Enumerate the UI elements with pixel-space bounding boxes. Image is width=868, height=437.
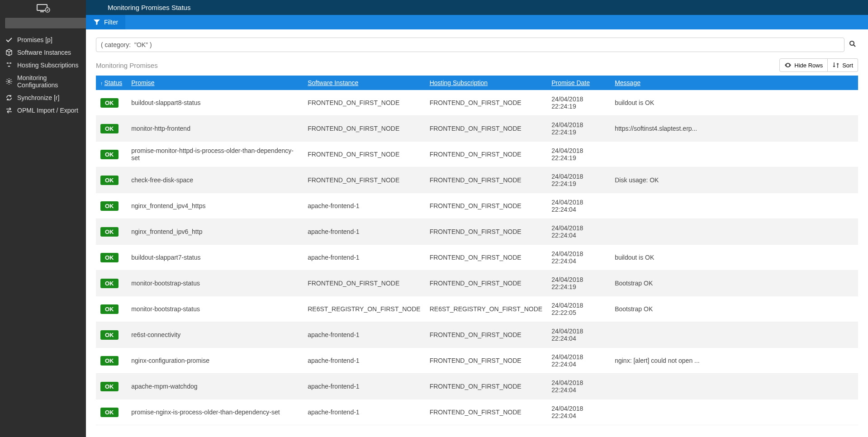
cubes-icon xyxy=(5,62,13,69)
cell-promise: check-free-disk-space xyxy=(127,167,303,193)
svg-line-7 xyxy=(854,45,855,47)
svg-point-6 xyxy=(850,41,854,45)
cell-message xyxy=(610,219,858,245)
cell-hosting: FRONTEND_ON_FIRST_NODE xyxy=(425,374,547,399)
status-badge: OK xyxy=(100,124,119,133)
table-row[interactable]: OKapache-mpm-watchdogapache-frontend-1FR… xyxy=(96,374,858,399)
cell-promise: monitor-bootstrap-status xyxy=(127,296,303,322)
col-promise[interactable]: Promise xyxy=(127,76,303,90)
table-row[interactable]: OKbuildout-slappart7-statusapache-fronte… xyxy=(96,245,858,271)
cell-message: buildout is OK xyxy=(610,90,858,116)
status-badge: OK xyxy=(100,408,119,417)
cell-date: 24/04/2018 22:24:19 xyxy=(547,167,610,193)
col-software-instance[interactable]: Software Instance xyxy=(303,76,425,90)
status-badge: OK xyxy=(100,356,119,366)
table-row[interactable]: OKnginx-configuration-promiseapache-fron… xyxy=(96,348,858,374)
cell-hosting: FRONTEND_ON_FIRST_NODE xyxy=(425,90,547,116)
cell-date: 24/04/2018 22:24:19 xyxy=(547,90,610,116)
sidebar-item-hosting-subscriptions[interactable]: Hosting Subscriptions xyxy=(0,59,86,71)
cell-instance: apache-frontend-1 xyxy=(303,374,425,399)
cell-instance: FRONTEND_ON_FIRST_NODE xyxy=(303,142,425,167)
cell-promise: nginx-configuration-promise xyxy=(127,348,303,374)
col-promise-date[interactable]: Promise Date xyxy=(547,76,610,90)
cell-hosting: FRONTEND_ON_FIRST_NODE xyxy=(425,271,547,296)
table-row[interactable]: OKpromise-monitor-httpd-is-process-older… xyxy=(96,142,858,167)
cell-message xyxy=(610,374,858,399)
cell-promise: promise-nginx-is-process-older-than-depe… xyxy=(127,399,303,425)
sidebar-item-software-instances[interactable]: Software Instances xyxy=(0,46,86,59)
cell-date: 24/04/2018 22:24:19 xyxy=(547,116,610,142)
cell-instance: apache-frontend-1 xyxy=(303,322,425,348)
cell-hosting: FRONTEND_ON_FIRST_NODE xyxy=(425,193,547,219)
cell-message xyxy=(610,322,858,348)
cell-instance: apache-frontend-1 xyxy=(303,193,425,219)
cell-date: 24/04/2018 22:24:04 xyxy=(547,348,610,374)
listing-title: Monitoring Promises xyxy=(96,62,158,69)
cell-promise: promise-monitor-httpd-is-process-older-t… xyxy=(127,142,303,167)
sidebar-item-label: Monitoring Configurations xyxy=(17,74,81,89)
cell-date: 24/04/2018 22:24:04 xyxy=(547,245,610,271)
cell-instance: FRONTEND_ON_FIRST_NODE xyxy=(303,90,425,116)
status-badge: OK xyxy=(100,304,119,314)
sort-button[interactable]: Sort xyxy=(828,58,858,72)
cell-instance: apache-frontend-1 xyxy=(303,219,425,245)
cell-instance: RE6ST_REGISTRY_ON_FIRST_NODE xyxy=(303,296,425,322)
gear-icon xyxy=(5,78,13,85)
hide-rows-button[interactable]: Hide Rows xyxy=(779,58,828,72)
cell-message: Disk usage: OK xyxy=(610,167,858,193)
cell-promise: buildout-slappart7-status xyxy=(127,245,303,271)
status-badge: OK xyxy=(100,253,119,262)
cell-hosting: FRONTEND_ON_FIRST_NODE xyxy=(425,399,547,425)
cell-date: 24/04/2018 22:22:05 xyxy=(547,296,610,322)
sidebar-item-opml-import-export[interactable]: OPML Import / Export xyxy=(0,104,86,117)
cell-hosting: FRONTEND_ON_FIRST_NODE xyxy=(425,219,547,245)
cell-date: 24/04/2018 22:24:04 xyxy=(547,399,610,425)
table-row[interactable]: OKnginx_frontend_ipv4_httpsapache-fronte… xyxy=(96,193,858,219)
cell-promise: re6st-connectivity xyxy=(127,322,303,348)
cell-date: 24/04/2018 22:24:19 xyxy=(547,142,610,167)
sidebar-item-label: Hosting Subscriptions xyxy=(17,62,78,69)
sidebar-item-promises-p[interactable]: Promises [p] xyxy=(0,33,86,46)
sidebar-item-label: Synchronize [r] xyxy=(17,94,59,101)
table-row[interactable]: OKnginx_frontend_ipv6_httpapache-fronten… xyxy=(96,219,858,245)
page-title-bar: Monitoring Promises Status xyxy=(86,0,868,15)
col-status[interactable]: ↑Status xyxy=(96,76,127,90)
cell-hosting: FRONTEND_ON_FIRST_NODE xyxy=(425,245,547,271)
search-icon xyxy=(849,40,856,48)
sidebar-search-input[interactable] xyxy=(5,17,87,29)
table-row[interactable]: OKmonitor-http-frontendFRONTEND_ON_FIRST… xyxy=(96,116,858,142)
table-row[interactable]: OKpromise-nginx-is-process-older-than-de… xyxy=(96,399,858,425)
cell-message xyxy=(610,193,858,219)
cell-message: buildout is OK xyxy=(610,245,858,271)
filter-button[interactable]: Filter xyxy=(86,15,125,29)
query-search-button[interactable] xyxy=(847,38,858,52)
cell-message: Bootstrap OK xyxy=(610,296,858,322)
table-row[interactable]: OKmonitor-bootstrap-statusRE6ST_REGISTRY… xyxy=(96,296,858,322)
sidebar-item-monitoring-configurations[interactable]: Monitoring Configurations xyxy=(0,71,86,91)
cell-promise: monitor-bootstrap-status xyxy=(127,271,303,296)
table-row[interactable]: OKmonitor-bootstrap-statusFRONTEND_ON_FI… xyxy=(96,271,858,296)
filter-bar: Filter xyxy=(86,15,868,29)
sort-icon xyxy=(832,62,840,69)
table-header-row: ↑Status Promise Software Instance Hostin… xyxy=(96,76,858,90)
cell-date: 24/04/2018 22:24:19 xyxy=(547,271,610,296)
status-badge: OK xyxy=(100,150,119,159)
cell-instance: apache-frontend-1 xyxy=(303,348,425,374)
col-message[interactable]: Message xyxy=(610,76,858,90)
cell-instance: FRONTEND_ON_FIRST_NODE xyxy=(303,116,425,142)
table-row[interactable]: OKre6st-connectivityapache-frontend-1FRO… xyxy=(96,322,858,348)
sidebar: Promises [p]Software InstancesHosting Su… xyxy=(0,0,86,437)
table-row[interactable]: OKcheck-free-disk-spaceFRONTEND_ON_FIRST… xyxy=(96,167,858,193)
table-body: OKbuildout-slappart8-statusFRONTEND_ON_F… xyxy=(96,90,858,425)
cell-promise: nginx_frontend_ipv4_https xyxy=(127,193,303,219)
status-badge: OK xyxy=(100,382,119,391)
promises-table: ↑Status Promise Software Instance Hostin… xyxy=(96,76,858,425)
check-icon xyxy=(5,36,13,43)
table-row[interactable]: OKbuildout-slappart8-statusFRONTEND_ON_F… xyxy=(96,90,858,116)
cell-hosting: FRONTEND_ON_FIRST_NODE xyxy=(425,322,547,348)
status-badge: OK xyxy=(100,176,119,185)
query-input[interactable] xyxy=(96,38,844,52)
col-hosting-subscription[interactable]: Hosting Subscription xyxy=(425,76,547,90)
cell-instance: apache-frontend-1 xyxy=(303,399,425,425)
sidebar-item-synchronize-r[interactable]: Synchronize [r] xyxy=(0,91,86,104)
